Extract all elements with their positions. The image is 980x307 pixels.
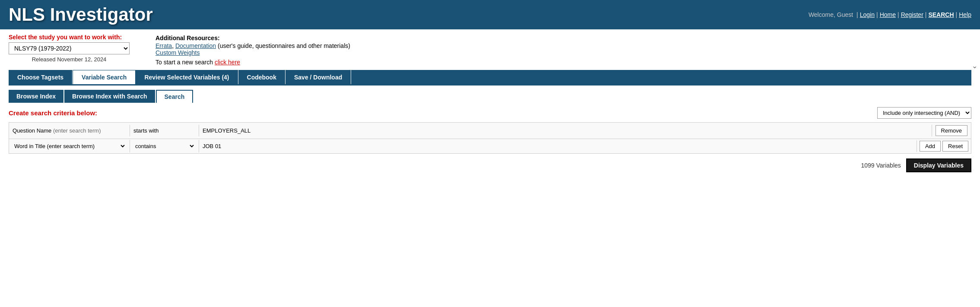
search-operator-1: starts with: [130, 125, 199, 136]
search-link[interactable]: SEARCH: [928, 11, 954, 18]
search-value-2: [199, 140, 917, 152]
search-value-input-1[interactable]: [203, 127, 928, 134]
operator-text-1: starts with: [133, 127, 159, 134]
custom-weights-link[interactable]: Custom Weights: [155, 49, 200, 56]
study-selector-area: Select the study you want to work with: …: [9, 34, 130, 63]
tab-variable-search[interactable]: Variable Search: [73, 70, 136, 84]
search-field-name-2: Word in Title (enter search term) Questi…: [9, 140, 130, 152]
study-select-label: Select the study you want to work with:: [9, 34, 130, 41]
login-link[interactable]: Login: [860, 11, 875, 18]
tab-codebook[interactable]: Codebook: [238, 70, 285, 84]
search-field-name-1: Question Name (enter search term): [9, 125, 130, 136]
search-header: Create search criteria below: Include on…: [9, 107, 971, 119]
study-row: Select the study you want to work with: …: [9, 34, 971, 66]
search-field-select-2[interactable]: Word in Title (enter search term) Questi…: [13, 142, 126, 150]
sub-tabs: Browse Index Browse Index with Search Se…: [9, 90, 971, 103]
search-value-1: [199, 125, 932, 136]
main-content: ⌄ Select the study you want to work with…: [0, 29, 980, 177]
subtab-browse-index-search[interactable]: Browse Index with Search: [64, 90, 155, 103]
new-search-link[interactable]: click here: [215, 59, 240, 66]
display-variables-button[interactable]: Display Variables: [906, 158, 971, 172]
collapse-button[interactable]: ⌄: [972, 62, 977, 70]
subtab-search[interactable]: Search: [156, 90, 193, 103]
nav-divider: |: [876, 11, 878, 18]
subtab-browse-index[interactable]: Browse Index: [9, 90, 63, 103]
search-action-2: Add Reset: [917, 139, 971, 153]
reset-button[interactable]: Reset: [942, 141, 968, 152]
resources-links: Errata, Documentation (user's guide, que…: [155, 42, 350, 56]
help-link[interactable]: Help: [959, 11, 971, 18]
release-date: Released November 12, 2024: [9, 56, 130, 63]
nav-divider: |: [925, 11, 927, 18]
study-select[interactable]: NLSY79 (1979-2022): [9, 42, 130, 54]
tab-choose-tagsets[interactable]: Choose Tagsets: [9, 70, 73, 84]
doc-detail: (user's guide, questionnaires and other …: [218, 42, 350, 49]
welcome-text: Welcome, Guest: [809, 11, 853, 18]
intersect-select[interactable]: Include only intersecting (AND) Include …: [877, 107, 971, 119]
search-operator-select-2[interactable]: contains starts with ends with exact mat…: [133, 142, 195, 150]
search-section: Create search criteria below: Include on…: [9, 107, 971, 172]
field-placeholder-1: (enter search term): [53, 127, 101, 134]
variables-count: 1099 Variables: [861, 162, 901, 169]
app-title: NLS Investigator: [9, 4, 153, 25]
add-button[interactable]: Add: [920, 141, 941, 152]
search-operator-2: contains starts with ends with exact mat…: [130, 140, 199, 152]
search-action-1: Remove: [932, 123, 971, 139]
resources-title: Additional Resources:: [155, 35, 350, 41]
nav-divider: |: [898, 11, 899, 18]
search-row-1: Question Name (enter search term) starts…: [9, 122, 971, 139]
documentation-link[interactable]: Documentation: [175, 42, 216, 49]
home-link[interactable]: Home: [880, 11, 896, 18]
resources-section: Additional Resources: Errata, Documentat…: [155, 35, 350, 66]
remove-button-1[interactable]: Remove: [936, 125, 967, 136]
search-row-2: Word in Title (enter search term) Questi…: [9, 139, 971, 154]
footer-row: 1099 Variables Display Variables: [9, 158, 971, 172]
new-search-prefix: To start a new search: [155, 59, 215, 66]
register-link[interactable]: Register: [901, 11, 923, 18]
main-tabs: Choose Tagsets Variable Search Review Se…: [9, 70, 971, 85]
nav-divider: |: [856, 11, 858, 18]
errata-link[interactable]: Errata: [155, 42, 172, 49]
field-label-1: Question Name: [13, 127, 51, 134]
nav-divider: |: [956, 11, 958, 18]
header: NLS Investigator Welcome, Guest | Login …: [0, 0, 980, 29]
tab-review-selected[interactable]: Review Selected Variables (4): [136, 70, 238, 84]
new-search-area: To start a new search click here: [155, 59, 350, 66]
create-search-label: Create search criteria below:: [9, 109, 97, 117]
search-value-input-2[interactable]: [203, 143, 913, 149]
header-nav: Welcome, Guest | Login | Home | Register…: [807, 11, 971, 18]
tab-save-download[interactable]: Save / Download: [285, 70, 351, 84]
